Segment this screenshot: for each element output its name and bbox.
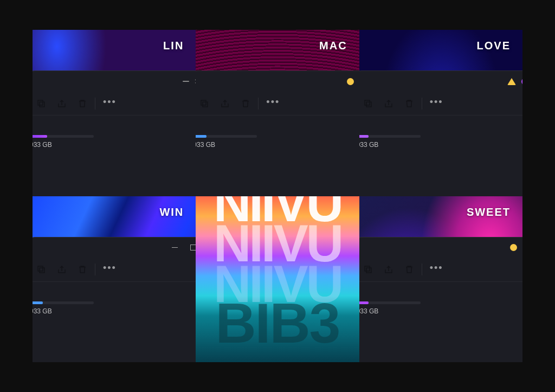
titlebar [33,237,196,258]
minimize-icon[interactable] [507,78,516,85]
trash-icon[interactable] [241,99,250,108]
more-icon[interactable]: ••• [430,263,443,276]
share-icon[interactable] [57,99,67,108]
window-mock-lin: ••• 933 GB [33,70,196,196]
svg-rect-0 [190,245,196,250]
storage-label: 933 GB [359,141,522,149]
tile-mac[interactable]: MAC ••• 933 GB [196,30,359,196]
trash-icon[interactable] [404,99,414,108]
tile-love[interactable]: LOVE ✕ ••• 933 GB [359,30,522,196]
toolbar: ••• [359,258,522,282]
niivu-text-stack: NIIVU NIIVU NIIVU BIB3 [196,196,359,363]
tile-title: LIN [163,40,184,52]
niivu-word-4: BIB3 [196,301,359,345]
storage-bar [33,135,94,138]
minimize-icon[interactable] [510,244,517,251]
minimize-icon[interactable] [183,81,189,82]
storage-bar [359,135,421,138]
more-icon[interactable]: ••• [430,97,443,110]
separator [258,98,259,110]
minimize-icon[interactable] [165,240,184,255]
theme-grid: LIN ••• 933 GB [33,30,522,362]
separator [95,98,95,110]
titlebar [33,71,196,92]
storage-label: 933 GB [196,141,359,149]
titlebar: ✕ [359,71,522,92]
toolbar: ••• [33,258,196,282]
more-icon[interactable]: ••• [266,97,280,110]
export-icon[interactable] [36,99,46,108]
tile-title: LOVE [477,40,511,52]
more-icon[interactable]: ••• [103,97,117,110]
separator [422,264,422,275]
minimize-icon[interactable] [347,78,354,85]
share-icon[interactable] [384,99,393,108]
export-icon[interactable] [363,99,373,108]
export-icon[interactable] [36,265,46,274]
tile-sweet[interactable]: SWEET ••• 933 GB [359,196,522,363]
tile-niivu[interactable]: NIIVU NIIVU NIIVU BIB3 [196,196,359,363]
maximize-icon[interactable] [184,240,196,255]
titlebar [359,237,522,258]
trash-icon[interactable] [78,265,87,274]
trash-icon[interactable] [78,99,87,108]
tile-title: MAC [319,40,347,52]
storage-label: 933 GB [33,141,196,149]
tile-title: WIN [159,206,184,219]
storage-bar [33,301,94,304]
tile-title: SWEET [467,206,511,219]
storage-label: 933 GB [359,307,522,315]
titlebar [196,71,359,92]
storage-bar [359,301,421,304]
share-icon[interactable] [384,265,393,274]
window-mock-sweet: ••• 933 GB [359,237,522,363]
share-icon[interactable] [57,265,67,274]
tile-win[interactable]: WIN ••• 933 GB [33,196,196,363]
window-mock-love: ✕ ••• 933 GB [359,70,522,196]
toolbar: ••• [196,92,359,115]
window-mock-mac: ••• 933 GB [196,70,359,196]
storage-label: 933 GB [33,307,196,315]
trash-icon[interactable] [404,265,414,274]
toolbar: ••• [33,92,196,115]
export-icon[interactable] [363,265,373,274]
toolbar: ••• [359,92,522,115]
maximize-icon[interactable] [521,78,522,85]
separator [95,264,95,275]
tile-lin[interactable]: LIN ••• 933 GB [33,30,196,196]
separator [422,98,422,110]
export-icon[interactable] [199,99,209,108]
window-mock-win: ••• 933 GB [33,237,196,363]
storage-bar [196,135,257,138]
share-icon[interactable] [220,99,230,108]
more-icon[interactable]: ••• [103,263,117,276]
